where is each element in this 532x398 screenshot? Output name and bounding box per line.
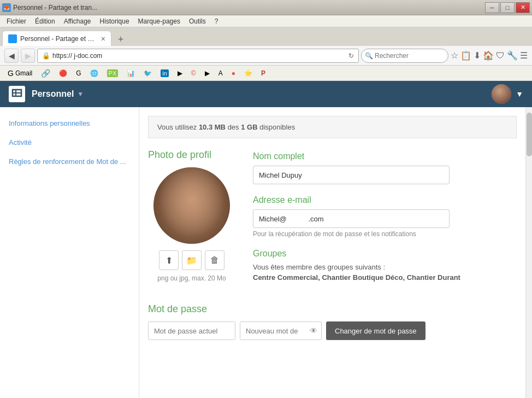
email-input[interactable]: [253, 209, 450, 228]
content-wrapper: Vous utilisez 10.3 MB des 1 GB disponibl…: [139, 107, 532, 398]
bookmark-joomla[interactable]: 🔴: [56, 67, 70, 79]
bookmarks-bar: G Gmail 🔗 🔴 G 🌐 PX 📊 🐦 in ▶ © ▶ A ● ⭐ P: [0, 66, 532, 81]
groups-list: Centre Commercial, Chantier Boutique Déc…: [253, 273, 517, 282]
bookmark-px[interactable]: PX: [104, 67, 122, 79]
bookmark-gmail[interactable]: G Gmail: [4, 67, 36, 79]
tab-favicon: [8, 34, 17, 43]
content-area: Vous utilisez 10.3 MB des 1 GB disponibl…: [139, 107, 525, 398]
close-button[interactable]: ✕: [516, 2, 530, 13]
new-tab-button[interactable]: +: [114, 33, 128, 46]
menu-icon[interactable]: ☰: [520, 50, 528, 61]
title-chevron-icon: ▼: [77, 90, 84, 98]
px-icon: PX: [107, 69, 119, 77]
search-icon: 🔍: [365, 52, 373, 60]
bookmark-web[interactable]: 🌐: [87, 67, 102, 79]
home-icon[interactable]: 🏠: [483, 50, 494, 61]
twitter-icon: 🐦: [144, 69, 152, 77]
bookmark-icon[interactable]: 📋: [460, 50, 471, 61]
password-section: Mot de passe 👁 Changer de mot de passe: [139, 303, 525, 351]
scrollbar-thumb[interactable]: [527, 113, 532, 156]
storage-text-prefix: Vous utilisez: [157, 123, 199, 131]
window-icon: 🦊: [2, 3, 11, 12]
bookmark-youtube[interactable]: ▶: [174, 67, 186, 79]
maximize-button[interactable]: □: [500, 2, 515, 13]
bookmark-chart[interactable]: 📊: [123, 67, 138, 79]
password-title: Mot de passe: [148, 303, 517, 315]
youtube-icon: ▶: [178, 69, 182, 77]
orange-icon: ⭐: [244, 69, 252, 77]
search-input[interactable]: [361, 49, 448, 63]
sidebar-item-personal-info[interactable]: Informations personnelles: [0, 114, 139, 133]
menu-historique[interactable]: Historique: [96, 16, 134, 26]
email-hint: Pour la récupération de mot de passe et …: [253, 230, 517, 238]
web-icon: 🌐: [90, 69, 98, 77]
storage-used: 10.3 MB: [199, 123, 226, 131]
active-tab[interactable]: Personnel - Partage et tran... ×: [2, 31, 111, 46]
avatar-image: [492, 84, 511, 104]
menu-edition[interactable]: Édition: [31, 16, 60, 26]
full-name-input[interactable]: [253, 166, 450, 184]
sidebar-item-activity[interactable]: Activité: [0, 133, 139, 152]
change-password-button[interactable]: Changer de mot de passe: [326, 321, 425, 340]
linkedin-icon: in: [161, 69, 169, 77]
back-button[interactable]: ◀: [4, 49, 19, 63]
link-icon: 🔗: [41, 69, 50, 78]
shield-icon[interactable]: 🛡: [496, 51, 505, 61]
app-container: Personnel ▼ ▼ Informations personnelles …: [0, 81, 532, 398]
logo-svg: [11, 89, 22, 99]
user-menu-chevron-icon[interactable]: ▼: [516, 90, 523, 98]
menu-help[interactable]: ?: [210, 16, 223, 26]
sidebar-item-password-rules[interactable]: Règles de renforcement de Mot de ...: [0, 152, 139, 171]
storage-text-suffix: disponibles: [258, 123, 295, 131]
upload-photo-button[interactable]: ⬆: [159, 250, 179, 270]
tab-close-button[interactable]: ×: [101, 34, 105, 43]
bookmark-a[interactable]: A: [215, 67, 226, 79]
sidebar: Informations personnelles Activité Règle…: [0, 107, 139, 398]
download-icon[interactable]: ⬇: [474, 50, 481, 61]
address-bar-icons: ☆ 📋 ⬇ 🏠 🛡 🔧 ☰: [451, 50, 528, 61]
bookmark-circle[interactable]: ©: [188, 67, 199, 79]
menu-outils[interactable]: Outils: [185, 16, 210, 26]
user-area: ▼: [492, 84, 523, 104]
new-password-wrapper: 👁: [240, 321, 322, 340]
user-avatar[interactable]: [492, 84, 511, 104]
full-name-group: Nom complet: [253, 151, 517, 184]
refresh-icon[interactable]: ↻: [348, 52, 354, 60]
window-controls: ─ □ ✕: [485, 2, 530, 13]
browse-photo-button[interactable]: 📁: [182, 250, 202, 270]
menu-marquepages[interactable]: Marque-pages: [134, 16, 185, 26]
bookmark-p[interactable]: P: [258, 67, 269, 79]
storage-total: 1 GB: [241, 123, 257, 131]
bookmark-red[interactable]: ●: [228, 67, 239, 79]
menu-affichage[interactable]: Affichage: [60, 16, 96, 26]
url-text: https:// j-doc.com: [52, 52, 346, 60]
scrollbar[interactable]: [525, 107, 532, 398]
app-title[interactable]: Personnel ▼: [32, 89, 84, 99]
extensions-icon[interactable]: 🔧: [507, 50, 518, 61]
bookmark-play[interactable]: ▶: [202, 67, 213, 79]
photo-section: Photo de profil ⬆ 📁 🗑 png ou jpg, max. 2…: [148, 149, 235, 292]
gmail-icon: G: [8, 69, 14, 78]
bookmark-twitter[interactable]: 🐦: [140, 67, 155, 79]
form-section: Nom complet Adresse e-mail Pour la récup…: [253, 149, 517, 292]
bookmark-orange[interactable]: ⭐: [241, 67, 256, 79]
groups-header: Groupes: [253, 249, 517, 259]
photo-section-title: Photo de profil: [148, 149, 235, 161]
current-password-input[interactable]: [148, 321, 235, 340]
delete-photo-button[interactable]: 🗑: [205, 250, 224, 270]
bookmark-link[interactable]: 🔗: [38, 67, 54, 79]
minimize-button[interactable]: ─: [485, 2, 499, 13]
star-icon[interactable]: ☆: [451, 50, 458, 61]
search-bar-wrapper[interactable]: 🔍: [361, 49, 448, 63]
app-logo-icon: [9, 86, 25, 102]
password-eye-icon[interactable]: 👁: [310, 326, 317, 335]
bookmark-google[interactable]: G: [73, 67, 84, 79]
email-label: Adresse e-mail: [253, 195, 517, 205]
bookmark-linkedin[interactable]: in: [157, 67, 172, 79]
forward-button[interactable]: ▶: [21, 49, 35, 63]
joomla-icon: 🔴: [59, 69, 67, 77]
storage-banner: Vous utilisez 10.3 MB des 1 GB disponibl…: [148, 116, 517, 138]
photo-actions: ⬆ 📁 🗑: [148, 250, 235, 270]
menu-fichier[interactable]: Fichier: [2, 16, 31, 26]
url-bar[interactable]: 🔒 https:// j-doc.com ↻: [37, 49, 359, 63]
